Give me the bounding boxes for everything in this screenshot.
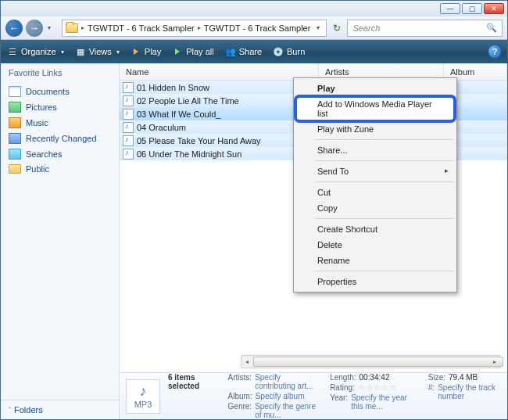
search-input[interactable]: Search 🔍	[347, 20, 503, 37]
sidebar-item-recently-changed[interactable]: Recently Changed	[1, 131, 119, 146]
file-name: 01 Hidden In Snow	[137, 83, 209, 92]
details-length: 00:34:42	[360, 373, 390, 382]
share-button[interactable]: 👥 Share	[225, 46, 262, 57]
details-track[interactable]: Specify the track number	[438, 383, 501, 400]
details-album[interactable]: Specify album	[256, 392, 305, 400]
sidebar-item-label: Recently Changed	[26, 134, 97, 143]
help-button[interactable]: ?	[488, 45, 501, 58]
search-icon: 🔍	[486, 23, 497, 33]
explorer-window: — ▢ ✕ ← → ▾ ▸ TGWTDT - 6 Track Sampler ▸…	[0, 0, 508, 420]
sidebar: Favorite Links DocumentsPicturesMusicRec…	[1, 63, 120, 419]
nav-bar: ← → ▾ ▸ TGWTDT - 6 Track Sampler ▸ TGWTD…	[1, 16, 507, 40]
music-note-icon: ♪	[140, 383, 147, 400]
menu-rename[interactable]: Rename	[295, 253, 455, 268]
folders-toggle[interactable]: ˆ Folders	[1, 400, 119, 419]
file-name: 04 Oraculum	[137, 123, 186, 132]
rec-icon	[9, 133, 21, 144]
refresh-button[interactable]: ↻	[333, 23, 341, 34]
audio-file-icon	[123, 95, 134, 106]
menu-delete[interactable]: Delete	[295, 237, 455, 253]
sea-icon	[9, 149, 21, 160]
menu-add-to-wmp[interactable]: Add to Windows Media Player list	[295, 96, 455, 121]
burn-button[interactable]: 💿 Burn	[273, 46, 305, 57]
search-placeholder: Search	[352, 23, 380, 33]
sidebar-item-label: Music	[26, 118, 48, 127]
window-buttons: — ▢ ✕	[440, 3, 504, 14]
sidebar-item-searches[interactable]: Searches	[1, 146, 119, 162]
details-rating[interactable]: ☆☆☆☆☆	[358, 383, 397, 392]
details-genre[interactable]: Specify the genre of mu...	[255, 402, 316, 419]
mus-icon	[9, 117, 21, 128]
sidebar-item-documents[interactable]: Documents	[1, 84, 119, 99]
horizontal-scrollbar[interactable]: ◂ ▸	[241, 355, 501, 368]
close-button[interactable]: ✕	[484, 3, 504, 14]
selection-summary: 6 items selected	[168, 373, 214, 390]
command-bar: ☰ Organize▾ ▦ Views▾ Play Play all 👥 Sha…	[1, 40, 507, 63]
play-all-icon	[172, 46, 183, 57]
play-all-button[interactable]: Play all	[172, 46, 213, 57]
details-size: 79.4 MB	[449, 373, 478, 382]
organize-icon: ☰	[7, 46, 18, 57]
doc-icon	[9, 86, 21, 97]
file-name: 02 People Lie All The Time	[137, 96, 239, 106]
menu-copy[interactable]: Copy	[295, 200, 455, 216]
audio-file-icon	[123, 135, 134, 146]
sidebar-item-public[interactable]: Public	[1, 162, 119, 176]
play-icon	[131, 46, 141, 57]
audio-file-icon	[123, 149, 134, 160]
breadcrumb-bar[interactable]: ▸ TGWTDT - 6 Track Sampler ▸ TGWTDT - 6 …	[62, 20, 327, 37]
sidebar-item-label: Searches	[26, 149, 62, 159]
scroll-thumb[interactable]	[253, 357, 503, 367]
details-pane: ♪ MP3 6 items selected Artists:Specify c…	[120, 372, 507, 419]
sidebar-item-label: Public	[26, 164, 49, 174]
menu-play[interactable]: Play	[295, 81, 455, 96]
sidebar-item-label: Pictures	[26, 102, 57, 112]
breadcrumb-seg-0[interactable]: TGWTDT - 6 Track Sampler	[84, 23, 198, 33]
burn-icon: 💿	[273, 46, 284, 57]
audio-file-icon	[123, 109, 134, 120]
details-thumbnail: ♪ MP3	[126, 379, 160, 414]
forward-button[interactable]: →	[26, 20, 43, 37]
organize-menu[interactable]: ☰ Organize▾	[7, 46, 64, 57]
play-button[interactable]: Play	[131, 46, 161, 57]
menu-properties[interactable]: Properties	[295, 274, 455, 289]
menu-share[interactable]: Share...	[295, 142, 455, 158]
pub-icon	[9, 164, 21, 174]
back-button[interactable]: ←	[5, 20, 23, 37]
scroll-right[interactable]: ▸	[489, 356, 500, 368]
title-bar: — ▢ ✕	[1, 1, 507, 16]
column-name[interactable]: Name	[120, 63, 319, 80]
audio-file-icon	[123, 122, 134, 133]
share-icon: 👥	[225, 46, 236, 57]
menu-send-to[interactable]: Send To	[295, 163, 455, 179]
scroll-left[interactable]: ◂	[241, 356, 252, 368]
sidebar-item-label: Documents	[26, 87, 70, 96]
nav-history-dropdown[interactable]: ▾	[46, 24, 52, 31]
folder-icon	[66, 23, 78, 33]
views-icon: ▦	[75, 46, 86, 57]
menu-play-zune[interactable]: Play with Zune	[295, 121, 455, 137]
favorite-links-heading: Favorite Links	[1, 63, 119, 82]
file-name: 05 Please Take Your Hand Away	[137, 136, 261, 145]
breadcrumb-dropdown[interactable]: ▾	[313, 24, 323, 31]
file-name: 03 What If We Could_	[137, 109, 220, 119]
details-year[interactable]: Specify the year this me...	[351, 393, 414, 411]
pic-icon	[9, 102, 21, 113]
menu-create-shortcut[interactable]: Create Shortcut	[295, 221, 455, 237]
file-name: 06 Under The Midnight Sun	[137, 149, 241, 159]
views-menu[interactable]: ▦ Views▾	[75, 46, 120, 57]
sidebar-item-music[interactable]: Music	[1, 115, 119, 131]
audio-file-icon	[123, 82, 134, 93]
breadcrumb-seg-1[interactable]: TGWTDT - 6 Track Sampler	[201, 23, 314, 33]
sidebar-item-pictures[interactable]: Pictures	[1, 99, 119, 115]
menu-cut[interactable]: Cut	[295, 185, 455, 200]
details-artists[interactable]: Specify contributing art...	[255, 373, 316, 390]
maximize-button[interactable]: ▢	[462, 3, 482, 14]
context-menu: Play Add to Windows Media Player list Pl…	[293, 77, 457, 293]
minimize-button[interactable]: —	[440, 3, 460, 14]
